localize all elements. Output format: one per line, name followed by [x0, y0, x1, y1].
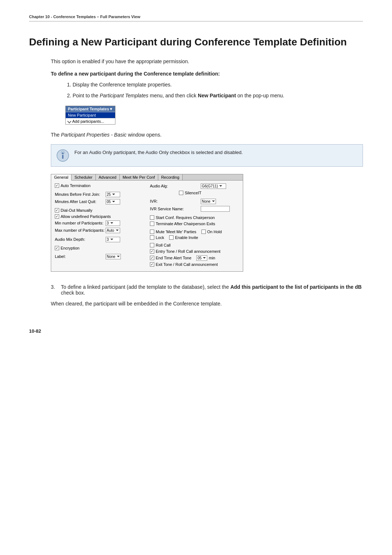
minutes-after-select[interactable]: 05: [106, 199, 120, 204]
dialog-left-panel: Auto Termination Minutes Before First Jo…: [55, 183, 144, 268]
allow-undefined-label: Allow undefined Participants: [61, 214, 111, 219]
minutes-after-label: Minutes After Last Quit:: [55, 199, 106, 204]
exit-tone-label: Exit Tone / Roll Call announcement: [156, 262, 218, 267]
popup-menu-item-new-participant[interactable]: New Participant: [66, 112, 115, 118]
start-conf-requires-label: Start Conf. Requires Chairperson: [156, 215, 215, 220]
auto-termination-label: Auto Termination: [61, 183, 90, 188]
mute-meet-me-label: Mute 'Meet Me' Parties: [156, 230, 196, 234]
chapter-header: Chapter 10 - Conference Templates – Full…: [29, 15, 363, 21]
audio-alg-row: Audio Alg: G6(G711): [150, 183, 239, 189]
ivr-select[interactable]: None: [201, 199, 216, 204]
arrow-icon: [67, 119, 71, 123]
exit-tone-field: Exit Tone / Roll Call announcement: [150, 262, 239, 267]
tab-general[interactable]: General: [51, 174, 72, 181]
end-time-alert-label: End Time Alert Tone: [156, 256, 191, 260]
enable-invite-label: Enable Invite: [175, 235, 198, 240]
entry-tone-label: Entry Tone / Roll Call announcement: [156, 249, 220, 254]
roll-call-checkbox[interactable]: [150, 243, 154, 247]
dial-out-manually-checkbox[interactable]: [55, 208, 59, 212]
on-hold-field: On Hold: [201, 230, 222, 234]
lock-checkbox[interactable]: [150, 235, 154, 240]
step-1: Display the Conference template properti…: [73, 82, 363, 88]
tab-advanced[interactable]: Advanced: [96, 174, 120, 180]
popup-menu-item-add-participants[interactable]: Add participants...: [66, 118, 115, 124]
encryption-field: Encryption: [55, 246, 144, 250]
allow-undefined-field: Allow undefined Participants: [55, 214, 144, 219]
terminate-after-field: Terminate After Chairperson Exits: [150, 222, 239, 226]
svg-point-1: [62, 152, 64, 154]
select-arrow-icon-3: [110, 222, 113, 224]
allow-undefined-checkbox[interactable]: [55, 214, 59, 219]
intro-text: This option is enabled if you have the a…: [51, 58, 363, 64]
select-arrow-icon-5: [110, 239, 113, 240]
entry-tone-checkbox[interactable]: [150, 249, 154, 254]
min-label: min: [209, 256, 215, 260]
lock-enable-invite-row: Lock Enable Invite: [150, 235, 239, 240]
audio-mix-depth-select[interactable]: 3: [106, 237, 120, 242]
on-hold-checkbox[interactable]: [201, 230, 206, 234]
select-arrow-icon-8: [212, 200, 215, 202]
select-arrow-icon-9: [203, 257, 206, 259]
ivr-service-name-input[interactable]: [201, 206, 230, 212]
start-conf-requires-checkbox[interactable]: [150, 215, 154, 220]
roll-call-label: Roll Call: [156, 243, 171, 247]
mute-meet-me-checkbox[interactable]: [150, 230, 154, 234]
mute-meet-me-field: Mute 'Meet Me' Parties: [150, 230, 196, 234]
auto-termination-checkbox[interactable]: [55, 183, 59, 188]
end-time-select-field: 05 min: [196, 255, 215, 261]
min-participants-row: Min number of Participants: 3: [55, 220, 144, 226]
popup-menu: Participant Templates ▼ New Participant …: [65, 106, 115, 125]
note-text: For an Audio Only participant, the Audio…: [74, 149, 243, 156]
minutes-before-label: Minutes Before First Join:: [55, 192, 106, 197]
dialog-tabs: General Scheduler Advanced Meet Me Per C…: [51, 174, 243, 181]
dialog-body: Auto Termination Minutes Before First Jo…: [51, 181, 243, 271]
tab-scheduler[interactable]: Scheduler: [72, 174, 96, 180]
silence-it-checkbox[interactable]: [179, 191, 183, 195]
lock-field: Lock: [150, 235, 164, 240]
audio-alg-select[interactable]: G6(G711): [201, 183, 226, 189]
svg-rect-2: [62, 155, 64, 159]
bold-instruction: To define a new participant during the C…: [51, 71, 363, 77]
minutes-before-select[interactable]: 25: [106, 192, 120, 197]
page-title: Defining a New Participant during Confer…: [29, 36, 363, 48]
dial-out-manually-field: Dial-Out Manually: [55, 208, 144, 212]
dial-out-manually-label: Dial-Out Manually: [61, 208, 92, 212]
enable-invite-checkbox[interactable]: [169, 235, 173, 240]
auto-termination-field: Auto Termination: [55, 183, 144, 188]
ivr-row: IVR: None: [150, 199, 239, 204]
max-participants-select[interactable]: Auto: [106, 228, 120, 233]
terminate-after-checkbox[interactable]: [150, 222, 154, 226]
audio-mix-depth-row: Audio Mix Depth: 3: [55, 237, 144, 242]
end-time-alert-checkbox[interactable]: [150, 256, 154, 260]
start-conf-requires-field: Start Conf. Requires Chairperson: [150, 215, 239, 220]
dialog-right-panel: Audio Alg: G6(G711) SilenceIT IVR: None: [150, 183, 239, 268]
step-3-container: 3. To define a linked participant (add t…: [51, 284, 363, 296]
end-time-alert-field: End Time Alert Tone: [150, 256, 191, 260]
enable-invite-field: Enable Invite: [169, 235, 198, 240]
terminate-after-label: Terminate After Chairperson Exits: [156, 222, 215, 226]
minutes-before-first-join-row: Minutes Before First Join: 25: [55, 192, 144, 197]
audio-mix-depth-label: Audio Mix Depth:: [55, 237, 106, 242]
popup-menu-header: Participant Templates ▼: [66, 106, 115, 112]
end-time-select[interactable]: 05: [196, 255, 207, 261]
tab-recording[interactable]: Recording: [158, 174, 183, 180]
select-arrow-icon-6: [117, 256, 120, 257]
max-participants-label: Max number of Participants:: [55, 228, 106, 232]
step-3-text: 3. To define a linked participant (add t…: [51, 284, 363, 296]
silence-it-label: SilenceIT: [185, 191, 201, 195]
encryption-checkbox[interactable]: [55, 246, 59, 250]
min-participants-label: Min number of Participants:: [55, 221, 106, 225]
silence-it-field: SilenceIT: [179, 191, 239, 195]
tab-meet-me-per-conf[interactable]: Meet Me Per Conf: [120, 174, 158, 180]
min-participants-select[interactable]: 3: [106, 220, 120, 226]
audio-alg-label: Audio Alg:: [150, 184, 201, 188]
window-opens-text: The Participant Properties - Basic windo…: [51, 132, 363, 138]
encryption-label: Encryption: [61, 246, 79, 250]
page-number: 10-82: [29, 328, 363, 334]
ivr-label: IVR:: [150, 199, 201, 203]
mute-on-hold-row: Mute 'Meet Me' Parties On Hold: [150, 230, 239, 234]
roll-call-field: Roll Call: [150, 243, 239, 247]
exit-tone-checkbox[interactable]: [150, 262, 154, 267]
on-hold-label: On Hold: [207, 230, 222, 234]
label-select[interactable]: None: [106, 254, 121, 259]
